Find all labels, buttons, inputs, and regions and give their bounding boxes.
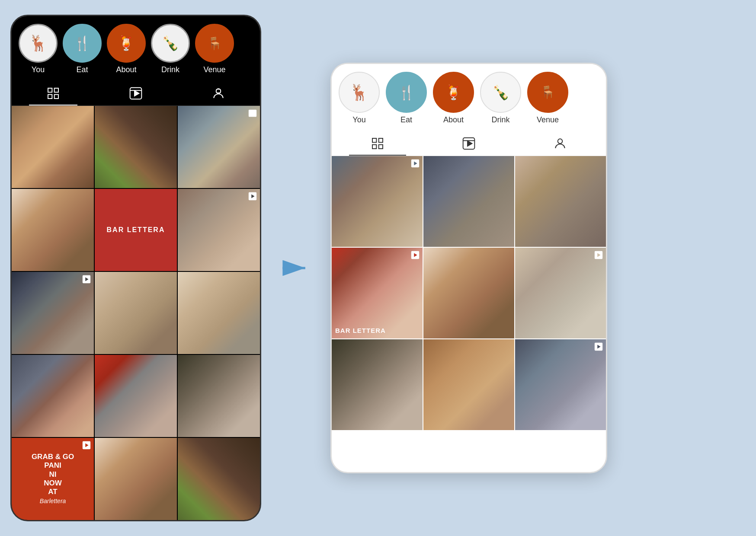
right-reels-6 [594,250,603,260]
svg-point-24 [558,139,563,144]
reels-badge-7 [82,274,91,284]
right-deer-icon: 🦌 [349,83,369,102]
reels-badge-3 [248,108,257,118]
tab-reels[interactable] [112,82,160,105]
right-story-venue[interactable]: 🪑 Venue [527,72,568,124]
svg-rect-0 [48,88,52,92]
right-cell-9[interactable] [515,339,606,430]
wine-icon: 🍾 [162,35,179,51]
right-story-drink[interactable]: 🍾 Drink [480,72,521,124]
reels-badge-6 [248,191,257,201]
svg-rect-18 [378,138,382,142]
right-cell-8[interactable] [423,339,514,430]
grid-cell-promo[interactable]: GRAB & GOPANININOWATBarlettera [12,438,94,520]
right-fork-icon: 🍴 [398,84,415,101]
right-cell-7[interactable] [332,339,423,430]
right-cell-1[interactable] [332,156,423,247]
right-tab-grid[interactable] [349,132,406,156]
story-item-about[interactable]: 🍹 About [107,24,146,74]
right-circle-you: 🦌 [339,72,380,113]
right-tab-tagged[interactable] [532,132,589,156]
story-label-about: About [116,65,136,74]
svg-rect-3 [54,95,58,99]
right-circle-eat: 🍴 [386,72,427,113]
reels-icon [129,86,143,100]
svg-marker-5 [135,91,138,96]
right-circle-drink: 🍾 [480,72,521,113]
right-label-drink: Drink [491,115,509,124]
left-photo-grid: BAR LETTERA [12,106,260,520]
right-bar-text: BAR LETTERA [335,327,386,334]
right-reels-icon [462,137,476,150]
story-label-drink: Drink [161,65,179,74]
right-cell-5[interactable] [423,248,514,338]
right-label-eat: Eat [400,115,412,124]
right-circle-about: 🍹 [433,72,474,113]
right-circle-venue: 🪑 [527,72,568,113]
grid-cell-15[interactable] [178,438,260,520]
left-phone: 🦌 You 🍴 Eat 🍹 About [10,15,261,521]
grid-cell-5[interactable]: BAR LETTERA [95,189,177,271]
right-cell-4[interactable]: BAR LETTERA [332,248,423,338]
right-reels-1 [410,159,420,168]
svg-marker-22 [468,141,471,146]
grid-cell-2[interactable] [95,106,177,188]
story-circle-you: 🦌 [19,24,58,63]
transition-arrow [281,257,311,279]
grid-icon [46,86,60,100]
story-item-you[interactable]: 🦌 You [19,24,58,74]
story-item-venue[interactable]: 🪑 Venue [195,24,234,74]
right-tagged-icon [553,137,567,150]
grid-cell-1[interactable] [12,106,94,188]
right-story-eat[interactable]: 🍴 Eat [386,72,427,124]
right-cell-6[interactable] [515,248,606,338]
story-circle-about: 🍹 [107,24,146,63]
right-table-icon: 🪑 [540,85,555,99]
grid-cell-8[interactable] [95,272,177,354]
tagged-icon [211,86,225,100]
table-icon: 🪑 [207,36,222,51]
right-photo-grid: BAR LETTERA [332,156,606,430]
fork-icon: 🍴 [74,35,91,51]
svg-rect-2 [48,95,52,99]
story-circle-drink: 🍾 [151,24,190,63]
cocktail-icon: 🍹 [118,35,135,51]
right-label-about: About [443,115,464,124]
grid-cell-4[interactable] [12,189,94,271]
right-reels-9 [594,342,603,351]
right-phone: 🦌 You 🍴 Eat 🍹 About [330,63,607,473]
right-phone-screen: 🦌 You 🍴 Eat 🍹 About [332,64,606,430]
story-item-drink[interactable]: 🍾 Drink [151,24,190,74]
tab-tagged[interactable] [194,82,243,105]
main-container: 🦌 You 🍴 Eat 🍹 About [10,15,746,521]
grid-cell-14[interactable] [95,438,177,520]
grid-cell-11[interactable] [95,355,177,437]
grid-cell-9[interactable] [178,272,260,354]
grid-cell-7[interactable] [12,272,94,354]
right-story-about[interactable]: 🍹 About [433,72,474,124]
grid-cell-12[interactable] [178,355,260,437]
grid-cell-3[interactable] [178,106,260,188]
right-cell-3[interactable] [515,156,606,247]
svg-rect-17 [372,138,376,142]
story-circle-venue: 🪑 [195,24,234,63]
story-item-eat[interactable]: 🍴 Eat [63,24,102,74]
arrow-container [279,257,313,279]
svg-rect-19 [372,145,376,149]
grid-cell-6[interactable] [178,189,260,271]
svg-rect-20 [378,145,382,149]
tab-grid[interactable] [29,82,77,105]
story-label-you: You [32,65,45,74]
right-tab-reels[interactable] [440,132,497,156]
left-stories-row: 🦌 You 🍴 Eat 🍹 About [12,16,260,79]
right-story-you[interactable]: 🦌 You [339,72,380,124]
right-stories-row: 🦌 You 🍴 Eat 🍹 About [332,64,606,129]
right-cell-2[interactable] [423,156,514,247]
story-label-eat: Eat [76,65,88,74]
grid-cell-10[interactable] [12,355,94,437]
deer-icon: 🦌 [29,34,48,52]
left-tabs-row [12,79,260,106]
right-cocktail-icon: 🍹 [445,84,462,101]
right-reels-4 [410,250,420,260]
bar-lettera-text-left: BAR LETTERA [95,189,177,271]
